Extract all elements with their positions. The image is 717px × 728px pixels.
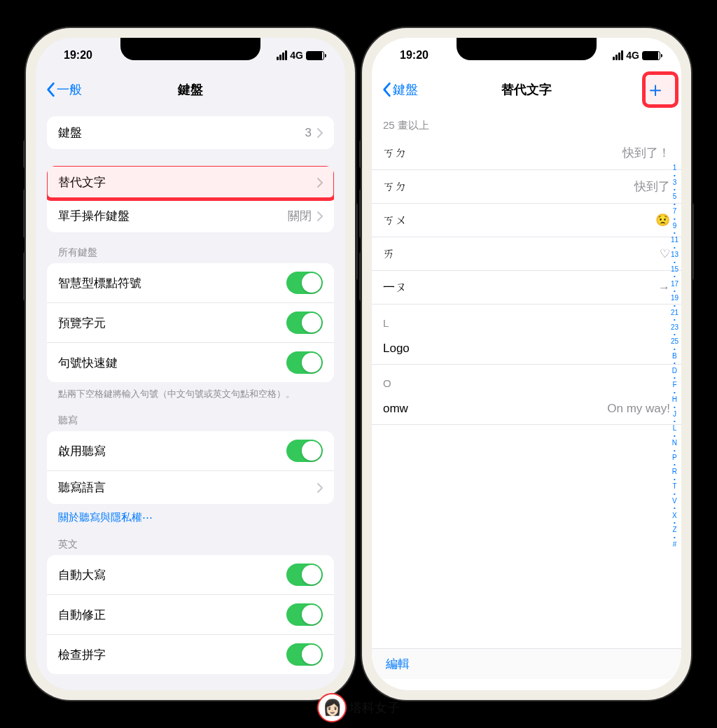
list-item[interactable]: ㄎㄉ快到了！: [372, 136, 681, 170]
row-label: 智慧型標點符號: [58, 275, 141, 291]
index-char[interactable]: •: [674, 201, 676, 207]
list-item[interactable]: 一ㄡ→: [372, 271, 681, 304]
index-char[interactable]: 23: [671, 323, 678, 332]
index-char[interactable]: T: [672, 482, 676, 491]
row-text-replacement[interactable]: 替代文字: [47, 166, 334, 200]
index-char[interactable]: R: [672, 468, 677, 476]
signal-icon: [613, 50, 623, 60]
page-title: 替代文字: [372, 81, 681, 98]
row-smart-punct: 智慧型標點符號: [47, 263, 334, 303]
index-char[interactable]: 11: [671, 236, 678, 244]
row-keyboards[interactable]: 鍵盤 3: [47, 116, 334, 149]
list-item[interactable]: ㄞ♡: [372, 237, 681, 271]
index-char[interactable]: •: [674, 519, 676, 526]
footer-period: 點兩下空格鍵將輸入句號（中文句號或英文句點和空格）。: [47, 382, 334, 400]
index-char[interactable]: #: [673, 540, 677, 549]
add-button[interactable]: ＋: [639, 76, 671, 104]
index-char[interactable]: 25: [671, 337, 678, 346]
index-char[interactable]: •: [674, 404, 676, 410]
back-button[interactable]: 鍵盤: [382, 81, 418, 98]
index-char[interactable]: •: [674, 346, 676, 352]
row-label: 自動大寫: [58, 567, 106, 583]
toggle-dictation[interactable]: [286, 440, 323, 462]
status-time: 19:20: [64, 49, 92, 62]
index-char[interactable]: J: [673, 410, 676, 419]
index-char[interactable]: 5: [673, 192, 677, 201]
index-char[interactable]: P: [672, 454, 677, 462]
index-char[interactable]: •: [674, 288, 676, 294]
dictation-privacy-link[interactable]: 關於聽寫與隱私權⋯: [47, 504, 334, 524]
edit-button[interactable]: 編輯: [372, 648, 681, 679]
index-char[interactable]: •: [674, 534, 676, 540]
index-char[interactable]: •: [674, 273, 676, 279]
index-char[interactable]: 19: [671, 294, 678, 302]
shortcut-text: Logo: [383, 342, 410, 356]
index-char[interactable]: •: [674, 433, 676, 439]
index-char[interactable]: •: [674, 491, 676, 497]
index-char[interactable]: 21: [671, 309, 678, 317]
toggle-auto-cap[interactable]: [286, 564, 323, 586]
back-label: 鍵盤: [393, 81, 418, 98]
toggle-auto-correct[interactable]: [286, 603, 323, 626]
index-char[interactable]: 17: [671, 280, 678, 288]
index-char[interactable]: •: [674, 230, 676, 236]
index-char[interactable]: •: [674, 186, 676, 192]
index-char[interactable]: •: [674, 360, 676, 366]
index-char[interactable]: V: [672, 497, 677, 505]
index-char[interactable]: •: [674, 244, 676, 251]
index-char[interactable]: L: [673, 424, 677, 433]
toggle-preview[interactable]: [286, 312, 323, 334]
index-char[interactable]: •: [674, 418, 676, 424]
index-char[interactable]: 9: [673, 222, 677, 230]
index-char[interactable]: •: [674, 331, 676, 337]
index-char[interactable]: 15: [671, 265, 678, 274]
chevron-right-icon: [317, 483, 323, 493]
toggle-smart-punct[interactable]: [286, 272, 323, 294]
row-label: 檢查拼字: [58, 647, 106, 663]
section-L: L: [372, 304, 681, 333]
index-char[interactable]: •: [674, 172, 676, 178]
index-char[interactable]: D: [672, 367, 677, 375]
index-char[interactable]: F: [672, 381, 676, 389]
row-label: 替代文字: [58, 174, 106, 190]
index-char[interactable]: •: [674, 476, 676, 482]
shortcut-text: ㄎㄨ: [383, 212, 407, 228]
toggle-period-shortcut[interactable]: [286, 351, 323, 374]
index-char[interactable]: N: [672, 439, 677, 447]
list-item[interactable]: Logo: [372, 333, 681, 365]
index-char[interactable]: 1: [673, 164, 677, 172]
index-char[interactable]: H: [672, 396, 677, 404]
phone-left: 19:20 4G 一般 鍵盤 鍵盤 3: [26, 28, 355, 700]
index-char[interactable]: •: [674, 461, 676, 468]
toggle-check-spell[interactable]: [286, 643, 323, 666]
section-dictation: 聽寫: [47, 400, 334, 431]
row-one-handed[interactable]: 單手操作鍵盤 關閉: [47, 200, 334, 232]
section-all-keyboards: 所有鍵盤: [47, 232, 334, 263]
index-char[interactable]: Z: [672, 526, 676, 534]
index-char[interactable]: X: [672, 512, 677, 520]
index-char[interactable]: •: [674, 389, 676, 396]
index-char[interactable]: 7: [673, 207, 677, 216]
index-char[interactable]: •: [674, 259, 676, 265]
index-char[interactable]: •: [674, 302, 676, 309]
index-char[interactable]: •: [674, 505, 676, 511]
index-bar[interactable]: 1•3•5•7•9•11•13•15•17•19•21•23•25•B•D•F•…: [671, 164, 678, 548]
back-button[interactable]: 一般: [46, 81, 82, 98]
index-char[interactable]: •: [674, 374, 676, 381]
index-char[interactable]: •: [674, 447, 676, 454]
row-label: 預覽字元: [58, 315, 106, 331]
carrier-label: 4G: [290, 50, 303, 61]
chevron-right-icon: [317, 128, 323, 138]
list-item[interactable]: ㄎㄉ快到了: [372, 170, 681, 204]
row-dictation-lang[interactable]: 聽寫語言: [47, 471, 334, 504]
phrase-text: 快到了: [634, 178, 670, 195]
battery-icon: [306, 51, 324, 60]
phrase-text: 😟: [655, 213, 670, 227]
index-char[interactable]: 13: [671, 251, 678, 259]
list-item[interactable]: omwOn my way!: [372, 393, 681, 425]
index-char[interactable]: B: [672, 352, 677, 360]
index-char[interactable]: •: [674, 216, 676, 222]
list-item[interactable]: ㄎㄨ😟: [372, 204, 681, 237]
index-char[interactable]: 3: [673, 178, 677, 187]
index-char[interactable]: •: [674, 316, 676, 323]
